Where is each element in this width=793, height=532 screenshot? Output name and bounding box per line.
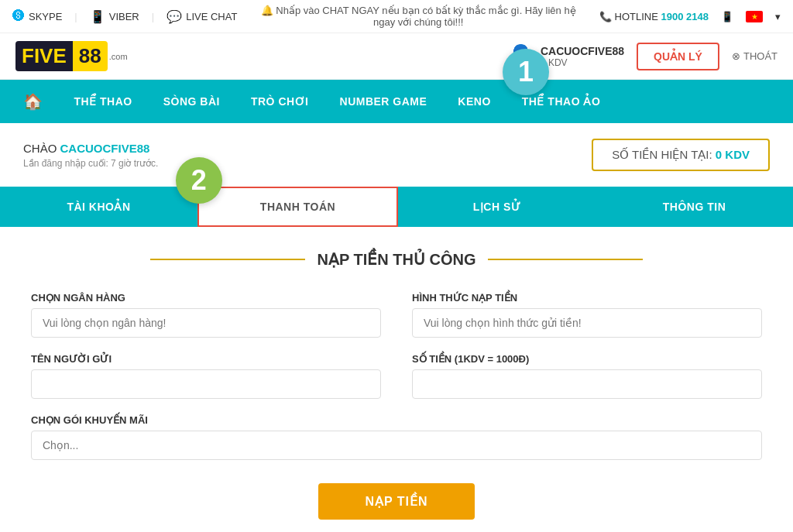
logo-88: 88: [73, 41, 108, 71]
nav-home[interactable]: 🏠: [8, 80, 59, 123]
livechat-icon: 💬: [166, 9, 182, 24]
top-bar: 🅢 SKYPE | 📱 VIBER | 💬 LIVE CHAT 🔔 Nhấp v…: [0, 0, 793, 33]
thoat-button[interactable]: ⊗ THOÁT: [732, 50, 778, 62]
chat-message: 🔔 Nhấp vào CHAT NGAY nếu bạn có bất kỳ t…: [249, 5, 587, 28]
close-icon: ⊗: [732, 50, 740, 62]
section-title: NẠP TIỀN THỦ CÔNG: [31, 250, 762, 269]
payment-type-label: HÌNH THỨC NẠP TIỀN: [412, 292, 762, 304]
amount-group: SỐ TIỀN (1KDV = 1000Đ): [412, 353, 762, 399]
top-bar-left: 🅢 SKYPE | 📱 VIBER | 💬 LIVE CHAT: [12, 9, 237, 24]
main-content: NẠP TIỀN THỦ CÔNG CHỌN NGÂN HÀNG HÌNH TH…: [0, 227, 793, 532]
chao-section: CHÀO CACUOCFIVE88: [23, 142, 158, 155]
bank-label: CHỌN NGÂN HÀNG: [31, 292, 381, 304]
welcome-left: CHÀO CACUOCFIVE88 Lần đăng nhập cuối: 7 …: [23, 142, 158, 169]
quan-ly-button[interactable]: QUẢN LÝ: [637, 43, 719, 70]
promo-label: CHỌN GÓI KHUYẾN MÃI: [31, 414, 762, 426]
account-tabs: TÀI KHOẢN 2 THANH TOÁN LỊCH SỬ THÔNG TIN: [0, 187, 793, 227]
tab-thong-tin[interactable]: THÔNG TIN: [596, 188, 793, 225]
sender-name-label: TÊN NGƯỜI GỬI: [31, 353, 381, 365]
home-icon: 🏠: [23, 93, 43, 110]
flag-icon[interactable]: [746, 11, 763, 22]
welcome-username: CACUOCFIVE88: [60, 142, 150, 155]
user-kdv: 0 KDV: [541, 57, 624, 68]
amount-label: SỐ TIỀN (1KDV = 1000Đ): [412, 353, 762, 365]
hotline-section: 📞 HOTLINE 1900 2148: [599, 11, 709, 22]
thoat-label: THOÁT: [743, 50, 778, 62]
skype-icon: 🅢: [12, 9, 25, 23]
header: FIVE 88 .com 👤 CACUOCFIVE88 0 KDV QUẢN L…: [0, 33, 793, 80]
nav-number-game[interactable]: NUMBER GAME: [324, 83, 443, 120]
last-login: Lần đăng nhập cuối: 7 giờ trước.: [23, 158, 158, 169]
nav-song-bai[interactable]: SÒNG BÀI: [148, 83, 235, 120]
viber-label: VIBER: [109, 11, 139, 22]
bank-input[interactable]: [31, 308, 381, 338]
top-bar-right: 📞 HOTLINE 1900 2148 📱 ▾: [599, 11, 781, 22]
balance-amount: 0 KDV: [716, 148, 750, 161]
form-grid-top: CHỌN NGÂN HÀNG HÌNH THỨC NẠP TIỀN TÊN NG…: [31, 292, 762, 399]
skype-label: SKYPE: [29, 11, 62, 22]
nav-keno[interactable]: KENO: [442, 83, 506, 120]
mobile-icon: 📱: [721, 11, 733, 22]
viber-link[interactable]: 📱 VIBER: [90, 9, 139, 24]
quan-ly-section: QUẢN LÝ 1: [637, 43, 719, 70]
dropdown-icon[interactable]: ▾: [775, 11, 781, 22]
nav-tro-choi[interactable]: TRÒ CHƠI: [235, 83, 324, 120]
phone-icon: 📞: [599, 11, 612, 22]
logo[interactable]: FIVE 88 .com: [15, 41, 128, 71]
skype-link[interactable]: 🅢 SKYPE: [12, 9, 62, 23]
logo-com: .com: [109, 52, 128, 61]
balance-box: SỐ TIỀN HIỆN TẠI: 0 KDV: [592, 139, 770, 171]
sender-name-input[interactable]: [31, 369, 381, 399]
livechat-link[interactable]: 💬 LIVE CHAT: [166, 9, 237, 24]
logo-five: FIVE: [15, 41, 73, 71]
sender-name-group: TÊN NGƯỜI GỬI: [31, 353, 381, 399]
bank-group: CHỌN NGÂN HÀNG: [31, 292, 381, 338]
speaker-icon: 🔔: [261, 5, 273, 16]
promo-group: CHỌN GÓI KHUYẾN MÃI: [31, 414, 762, 460]
header-right: 👤 CACUOCFIVE88 0 KDV QUẢN LÝ 1 ⊗ THOÁT: [507, 43, 778, 70]
viber-icon: 📱: [90, 9, 105, 24]
tab-tai-khoan[interactable]: TÀI KHOẢN: [0, 188, 197, 225]
payment-type-group: HÌNH THỨC NẠP TIỀN: [412, 292, 762, 338]
livechat-label: LIVE CHAT: [186, 11, 237, 22]
tab-lich-su[interactable]: LỊCH SỬ: [398, 188, 596, 225]
tab-thanh-toan[interactable]: 2 THANH TOÁN: [197, 187, 398, 227]
user-name: CACUOCFIVE88: [541, 45, 624, 57]
user-name-block: CACUOCFIVE88 0 KDV: [541, 45, 624, 68]
step2-badge: 2: [176, 157, 222, 204]
main-nav: 🏠 THỂ THAO SÒNG BÀI TRÒ CHƠI NUMBER GAME…: [0, 80, 793, 123]
payment-type-input[interactable]: [412, 308, 762, 338]
hotline-number: 1900 2148: [661, 11, 709, 22]
promo-input[interactable]: [31, 431, 762, 460]
step1-badge: 1: [503, 49, 549, 95]
nap-tien-button[interactable]: NẠP TIỀN: [318, 483, 474, 520]
chao-label: CHÀO: [23, 142, 57, 155]
nav-the-thao[interactable]: THỂ THAO: [59, 83, 148, 120]
hotline-label: HOTLINE: [615, 11, 658, 22]
balance-label: SỐ TIỀN HIỆN TẠI:: [612, 148, 712, 161]
amount-input[interactable]: [412, 369, 762, 399]
welcome-bar: CHÀO CACUOCFIVE88 Lần đăng nhập cuối: 7 …: [0, 123, 793, 187]
